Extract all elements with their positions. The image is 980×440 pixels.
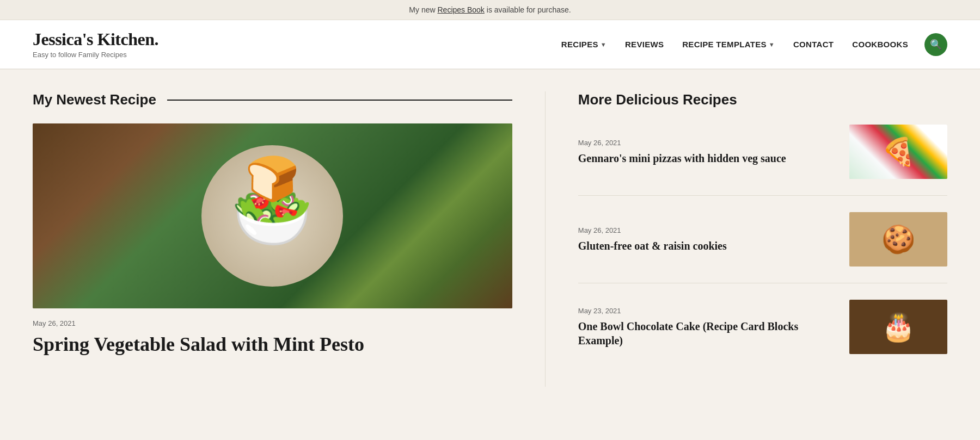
salad-photo: 🍞 — [33, 123, 512, 308]
newest-recipe-name[interactable]: Spring Vegetable Salad with Mint Pesto — [33, 333, 512, 356]
announcement-bar: My new Recipes Book is available for pur… — [0, 0, 980, 20]
title-divider — [167, 100, 512, 101]
chevron-down-icon: ▼ — [601, 41, 607, 48]
newest-recipe-section: My Newest Recipe 🍞 May 26, 2021 Spring V… — [33, 91, 545, 387]
main-nav: RECIPES ▼ REVIEWS RECIPE TEMPLATES ▼ CON… — [554, 33, 947, 56]
recipe-card-info: May 23, 2021 One Bowl Chocolate Cake (Re… — [578, 307, 849, 348]
cookie-photo: 🍪 — [849, 212, 947, 267]
recipe-card-info: May 26, 2021 Gennaro's mini pizzas with … — [578, 139, 849, 165]
search-button[interactable]: 🔍 — [924, 33, 947, 56]
nav-item-recipe-templates[interactable]: RECIPE TEMPLATES ▼ — [675, 35, 782, 53]
recipe-card: May 26, 2021 Gennaro's mini pizzas with … — [578, 125, 947, 196]
announcement-link[interactable]: Recipes Book — [437, 5, 484, 14]
recipe-card-date: May 26, 2021 — [578, 226, 838, 234]
newest-recipe-date: May 26, 2021 — [33, 319, 512, 327]
newest-recipe-heading: My Newest Recipe — [33, 91, 512, 108]
recipe-card-date: May 26, 2021 — [578, 139, 838, 147]
recipe-card-info: May 26, 2021 Gluten-free oat & raisin co… — [578, 226, 849, 253]
recipe-card-image[interactable]: 🍕 — [849, 125, 947, 179]
main-content: My Newest Recipe 🍞 May 26, 2021 Spring V… — [0, 70, 980, 408]
site-header: Jessica's Kitchen. Easy to follow Family… — [0, 20, 980, 70]
featured-recipe-image[interactable]: 🍞 — [33, 123, 512, 308]
nav-item-recipes[interactable]: RECIPES ▼ — [554, 35, 614, 53]
chevron-down-icon: ▼ — [769, 41, 775, 48]
nav-item-contact[interactable]: CONTACT — [786, 35, 841, 53]
announcement-text-before: My new — [409, 5, 437, 14]
more-recipes-section: More Delicious Recipes May 26, 2021 Genn… — [545, 91, 947, 387]
cake-photo: 🎂 — [849, 300, 947, 354]
newest-recipe-title: My Newest Recipe — [33, 91, 156, 108]
recipe-card: May 23, 2021 One Bowl Chocolate Cake (Re… — [578, 300, 947, 370]
site-tagline: Easy to follow Family Recipes — [33, 51, 158, 59]
bread-decoration: 🍞 — [245, 153, 299, 204]
recipe-card-image[interactable]: 🍪 — [849, 212, 947, 267]
nav-item-reviews[interactable]: REVIEWS — [617, 35, 671, 53]
nav-item-cookbooks[interactable]: COOKBOOKS — [844, 35, 916, 53]
more-recipes-heading: More Delicious Recipes — [578, 91, 947, 108]
site-brand[interactable]: Jessica's Kitchen. Easy to follow Family… — [33, 30, 158, 59]
site-title: Jessica's Kitchen. — [33, 30, 158, 49]
announcement-text-after: is available for purchase. — [485, 5, 571, 14]
recipe-card-title[interactable]: Gluten-free oat & raisin cookies — [578, 239, 838, 253]
recipe-card-title[interactable]: Gennaro's mini pizzas with hidden veg sa… — [578, 151, 838, 165]
recipe-card: May 26, 2021 Gluten-free oat & raisin co… — [578, 212, 947, 283]
recipe-card-image[interactable]: 🎂 — [849, 300, 947, 354]
pizza-photo: 🍕 — [849, 125, 947, 179]
search-icon: 🔍 — [930, 39, 942, 51]
recipe-card-date: May 23, 2021 — [578, 307, 838, 315]
recipe-card-title[interactable]: One Bowl Chocolate Cake (Recipe Card Blo… — [578, 319, 838, 348]
